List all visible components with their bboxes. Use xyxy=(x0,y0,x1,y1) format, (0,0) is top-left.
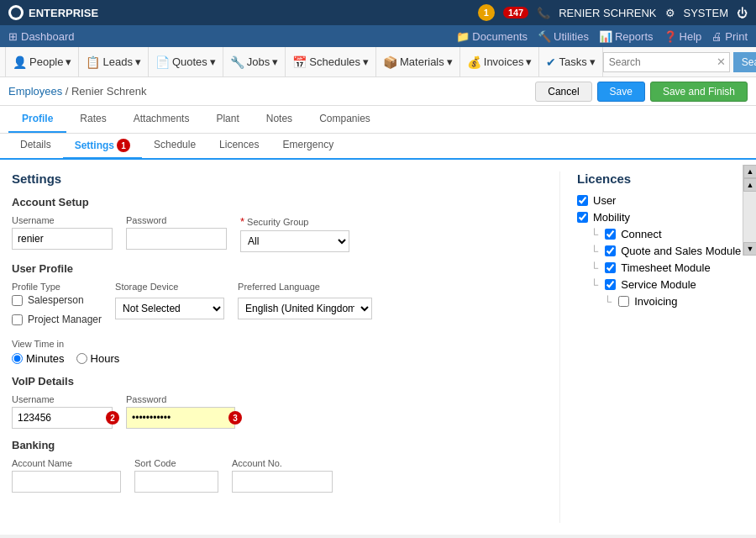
tab-rates[interactable]: Rates xyxy=(66,106,119,133)
storage-device-select[interactable]: Not Selected Local Cloud xyxy=(115,298,224,319)
account-name-group: Account Name xyxy=(12,458,121,493)
radio-minutes-input[interactable] xyxy=(12,353,23,364)
voip-username-input[interactable] xyxy=(12,407,113,429)
licence-service-checkbox[interactable] xyxy=(605,279,616,290)
nav-leads[interactable]: 📋 Leads ▾ xyxy=(79,47,148,77)
licence-invoicing-checkbox[interactable] xyxy=(618,296,629,307)
tab-details[interactable]: Details xyxy=(8,134,63,160)
content-area: Settings Account Setup Username Password… xyxy=(0,160,756,535)
utilities-link[interactable]: 🔨 Utilities xyxy=(538,30,589,43)
project-manager-label: Project Manager xyxy=(28,314,102,325)
user-name[interactable]: RENIER SCHRENK xyxy=(559,7,656,19)
voip-title: VoIP Details xyxy=(12,375,543,388)
licence-quote-sales-checkbox[interactable] xyxy=(605,245,616,256)
reports-link[interactable]: 📊 Reports xyxy=(599,30,654,43)
account-no-group: Account No. xyxy=(232,458,333,493)
scroll-up-button[interactable]: ▲ xyxy=(743,165,756,178)
breadcrumb-current: Renier Schrenk xyxy=(71,85,147,98)
username-input[interactable] xyxy=(12,228,113,250)
nav-jobs[interactable]: 🔧 Jobs ▾ xyxy=(223,47,286,77)
user-profile-title: User Profile xyxy=(12,262,543,275)
print-link[interactable]: 🖨 Print xyxy=(711,30,748,43)
alert-badge[interactable]: 147 xyxy=(503,7,528,18)
radio-hours-input[interactable] xyxy=(76,353,87,364)
tab-emergency[interactable]: Emergency xyxy=(270,134,345,160)
content-left: Settings Account Setup Username Password… xyxy=(12,171,559,523)
tree-icon-4: └ xyxy=(591,278,598,291)
search-input[interactable] xyxy=(604,55,713,70)
nav-schedules[interactable]: 📅 Schedules ▾ xyxy=(286,47,376,77)
account-name-input[interactable] xyxy=(12,471,121,493)
licence-user-label: User xyxy=(593,194,616,207)
security-group-label: * Security Group xyxy=(240,215,349,228)
security-group-select[interactable]: All Admin User Guest xyxy=(240,230,349,252)
licence-connect-checkbox[interactable] xyxy=(605,229,616,240)
documents-link[interactable]: 📁 Documents xyxy=(456,30,528,43)
help-link[interactable]: ❓ Help xyxy=(664,30,702,43)
licence-user-checkbox[interactable] xyxy=(577,195,588,206)
nav-invoices[interactable]: 💰 Invoices ▾ xyxy=(460,47,540,77)
quotes-icon: 📄 xyxy=(155,55,170,69)
banking-row: Account Name Sort Code Account No. xyxy=(12,458,543,493)
voip-username-group: Username 2 xyxy=(12,394,113,429)
licence-connect: └ Connect xyxy=(577,228,744,240)
tab-schedule[interactable]: Schedule xyxy=(142,134,207,160)
voip-password-input[interactable] xyxy=(126,407,235,429)
nav-people[interactable]: 👤 People ▾ xyxy=(5,47,79,77)
dashboard-label: Dashboard xyxy=(21,30,75,43)
invoices-chevron: ▾ xyxy=(526,55,532,68)
licence-mobility-checkbox[interactable] xyxy=(577,212,588,223)
password-label: Password xyxy=(126,215,227,225)
phone-icon: 📞 xyxy=(537,7,550,19)
breadcrumb-parent[interactable]: Employees xyxy=(8,85,62,98)
licence-invoicing: └ Invoicing xyxy=(577,295,744,308)
tab-notes[interactable]: Notes xyxy=(253,106,306,133)
voip-password-wrapper: 3 xyxy=(126,407,235,429)
search-box: ✕ xyxy=(603,52,730,72)
tab-plant[interactable]: Plant xyxy=(202,106,252,133)
dashboard-link[interactable]: ⊞ Dashboard xyxy=(8,30,75,43)
nav-tasks[interactable]: ✔ Tasks ▾ xyxy=(539,47,602,77)
licence-quote-sales: └ Quote and Sales Module xyxy=(577,245,744,257)
cancel-button[interactable]: Cancel xyxy=(535,82,591,102)
licence-timesheet-checkbox[interactable] xyxy=(605,262,616,273)
preferred-language-select[interactable]: English (United Kingdom) English (United… xyxy=(238,298,372,319)
app-title: ENTERPRISE xyxy=(29,7,98,19)
tab-companies[interactable]: Companies xyxy=(306,106,384,133)
notification-badge[interactable]: 1 xyxy=(478,4,495,21)
scroll-down-button[interactable]: ▼ xyxy=(743,242,756,256)
nav-quotes[interactable]: 📄 Quotes ▾ xyxy=(149,47,223,77)
salesperson-checkbox[interactable] xyxy=(12,295,23,306)
sort-code-input[interactable] xyxy=(134,471,218,493)
nav-materials[interactable]: 📦 Materials ▾ xyxy=(376,47,460,77)
licence-timesheet-label: Timesheet Module xyxy=(621,261,710,274)
sort-code-label: Sort Code xyxy=(134,458,218,468)
tab-licences[interactable]: Licences xyxy=(207,134,270,160)
radio-minutes: Minutes xyxy=(12,352,65,365)
save-finish-button[interactable]: Save and Finish xyxy=(650,82,748,102)
account-no-input[interactable] xyxy=(232,471,333,493)
search-button[interactable]: Search xyxy=(733,52,756,72)
tab-profile[interactable]: Profile xyxy=(8,106,66,133)
jobs-icon: 🔧 xyxy=(230,55,244,69)
licence-quote-sales-label: Quote and Sales Module xyxy=(621,245,741,257)
materials-icon: 📦 xyxy=(383,55,397,69)
scroll-up-button-2[interactable]: ▲ xyxy=(743,178,756,192)
search-clear-icon[interactable]: ✕ xyxy=(713,55,729,68)
project-manager-checkbox[interactable] xyxy=(12,314,23,325)
account-setup-title: Account Setup xyxy=(12,196,543,208)
main-nav: 👤 People ▾ 📋 Leads ▾ 📄 Quotes ▾ 🔧 Jobs ▾… xyxy=(0,47,756,77)
save-button[interactable]: Save xyxy=(597,82,645,102)
tab-settings[interactable]: Settings1 xyxy=(63,134,142,160)
licences-title: Licences xyxy=(577,171,744,186)
view-time-label: View Time in xyxy=(12,339,543,349)
app-logo: ENTERPRISE xyxy=(8,5,98,20)
tasks-chevron: ▾ xyxy=(590,55,596,68)
tab-attachments[interactable]: Attachments xyxy=(120,106,203,133)
tab-row-1: Profile Rates Attachments Plant Notes Co… xyxy=(0,106,756,134)
documents-icon: 📁 xyxy=(456,30,470,43)
scroll-buttons: ▲ ▲ ▼ xyxy=(743,165,756,256)
password-input[interactable] xyxy=(126,228,227,250)
system-label[interactable]: SYSTEM xyxy=(684,7,728,19)
top-bar-right: 1 147 📞 RENIER SCHRENK ⚙ SYSTEM ⏻ xyxy=(478,4,748,21)
